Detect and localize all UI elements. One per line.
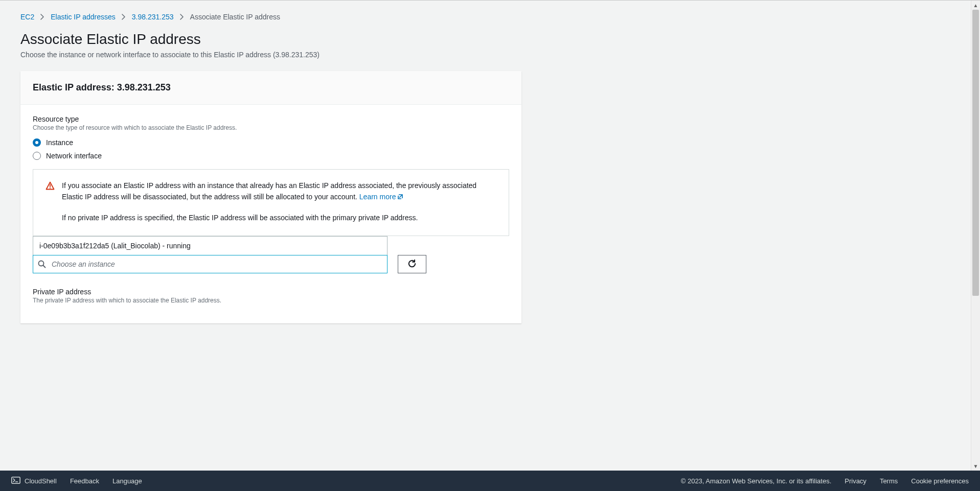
breadcrumb-link-ec2[interactable]: EC2 (20, 13, 34, 21)
breadcrumb-link-ip[interactable]: 3.98.231.253 (132, 13, 174, 21)
form-panel: Elastic IP address: 3.98.231.253 Resourc… (20, 71, 521, 323)
scroll-down-icon[interactable]: ▼ (971, 461, 980, 471)
radio-icon (33, 152, 41, 160)
resource-type-label: Resource type (33, 115, 509, 123)
svg-rect-4 (12, 477, 20, 483)
warning-text-2: If no private IP address is specified, t… (62, 212, 496, 223)
panel-header: Elastic IP address: 3.98.231.253 (20, 71, 521, 105)
refresh-button[interactable] (398, 255, 426, 273)
scroll-up-icon[interactable]: ▲ (971, 1, 980, 10)
private-ip-desc: The private IP address with which to ass… (33, 297, 509, 304)
page-subtitle: Choose the instance or network interface… (20, 51, 797, 59)
radio-instance-label: Instance (46, 138, 73, 147)
cloudshell-label: CloudShell (25, 477, 57, 485)
svg-point-1 (50, 188, 51, 189)
warning-icon (45, 181, 55, 191)
vertical-scrollbar[interactable]: ▲ ▼ (971, 1, 980, 471)
svg-line-3 (43, 266, 45, 268)
chevron-right-icon (40, 14, 44, 20)
resource-type-desc: Choose the type of resource with which t… (33, 124, 509, 131)
cookie-preferences-link[interactable]: Cookie preferences (911, 477, 969, 485)
cloudshell-icon (11, 477, 20, 485)
scroll-thumb[interactable] (972, 10, 979, 296)
selected-instance-display: i-0e09b3b3a1f212da5 (Lalit_Biocolab) - r… (33, 236, 388, 255)
radio-network-interface[interactable]: Network interface (33, 152, 509, 160)
feedback-link[interactable]: Feedback (70, 477, 99, 485)
breadcrumb-current: Associate Elastic IP address (190, 13, 280, 21)
search-icon (38, 260, 46, 268)
cloudshell-link[interactable]: CloudShell (11, 477, 57, 485)
breadcrumb: EC2 Elastic IP addresses 3.98.231.253 As… (20, 13, 797, 21)
radio-icon (33, 138, 41, 147)
private-ip-label: Private IP address (33, 288, 509, 296)
warning-infobox: If you associate an Elastic IP address w… (33, 169, 509, 236)
learn-more-link[interactable]: Learn more (359, 193, 404, 201)
privacy-link[interactable]: Privacy (845, 477, 867, 485)
footer-bar: CloudShell Feedback Language © 2023, Ama… (0, 471, 980, 491)
refresh-icon (407, 259, 417, 270)
chevron-right-icon (122, 14, 126, 20)
language-link[interactable]: Language (112, 477, 142, 485)
breadcrumb-link-eip[interactable]: Elastic IP addresses (51, 13, 116, 21)
page-title: Associate Elastic IP address (20, 31, 797, 48)
external-link-icon (397, 192, 404, 203)
radio-network-interface-label: Network interface (46, 152, 102, 160)
terms-link[interactable]: Terms (880, 477, 898, 485)
radio-instance[interactable]: Instance (33, 138, 509, 147)
footer-copyright: © 2023, Amazon Web Services, Inc. or its… (681, 477, 832, 485)
instance-search-input[interactable] (33, 255, 388, 273)
chevron-right-icon (180, 14, 184, 20)
warning-text-1: If you associate an Elastic IP address w… (62, 181, 476, 201)
